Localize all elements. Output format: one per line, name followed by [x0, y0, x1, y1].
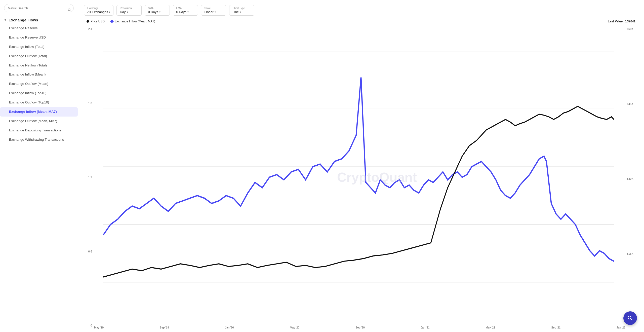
- sidebar-item-0[interactable]: Exchange Reserve: [0, 24, 78, 33]
- main-content: Exchange All Exchanges ▾ Resolution Day …: [78, 0, 644, 332]
- sidebar-item-12[interactable]: Exchange Withdrawing Transactions: [0, 135, 78, 144]
- x-label: May '20: [290, 326, 299, 329]
- sma-label: SMA: [148, 7, 167, 10]
- sidebar-item-7[interactable]: Exchange Inflow (Top10): [0, 89, 78, 98]
- chart-svg: [84, 25, 638, 329]
- sidebar-item-6[interactable]: Exchange Outflow (Mean): [0, 79, 78, 89]
- search-input[interactable]: [4, 4, 74, 12]
- y-axis-left: 2.41.81.20.60: [84, 25, 92, 329]
- sidebar-item-1[interactable]: Exchange Reserve USD: [0, 33, 78, 42]
- y-right-label: $60K: [627, 27, 638, 30]
- inflow-line: [103, 78, 614, 261]
- chart-container: CryptoQuant 2.41.81.20.60 $60K$45K$30K$1…: [84, 25, 638, 329]
- chevron-icon: ▼: [4, 19, 7, 21]
- x-label: Jan '21: [421, 326, 430, 329]
- ema-control[interactable]: EMA 0 Days ▾: [173, 5, 198, 16]
- x-label: Jan '20: [225, 326, 234, 329]
- controls-bar: Exchange All Exchanges ▾ Resolution Day …: [84, 5, 638, 16]
- y-axis-right: $60K$45K$30K$15K: [627, 25, 638, 329]
- legend-inflow-label: Exchange Inflow (Mean, MA7): [115, 20, 155, 23]
- svg-point-0: [68, 9, 70, 11]
- sma-control[interactable]: SMA 0 Days ▾: [145, 5, 170, 16]
- section-label: Exchange Flows: [9, 18, 38, 22]
- resolution-arrow-icon: ▾: [127, 11, 128, 13]
- sma-value[interactable]: 0 Days ▾: [148, 10, 167, 14]
- x-label: Sep '19: [160, 326, 169, 329]
- x-label: May '19: [94, 326, 104, 329]
- exchange-value[interactable]: All Exchanges ▾: [87, 10, 110, 14]
- resolution-control[interactable]: Resolution Day ▾: [116, 5, 142, 16]
- search-fab-icon: [627, 315, 633, 321]
- x-axis: May '19Sep '19Jan '20May '20Sep '20Jan '…: [94, 326, 625, 329]
- sidebar-item-5[interactable]: Exchange Inflow (Mean): [0, 70, 78, 79]
- scale-arrow-icon: ▾: [215, 11, 216, 13]
- legend-price: Price USD: [87, 20, 105, 23]
- sidebar-item-2[interactable]: Exchange Inflow (Total): [0, 42, 78, 52]
- sidebar-items-container: Exchange ReserveExchange Reserve USDExch…: [0, 24, 78, 144]
- y-left-label: 0.6: [84, 250, 92, 253]
- y-left-label: 2.4: [84, 27, 92, 30]
- search-fab-button[interactable]: [623, 311, 637, 325]
- chart-type-label: Chart Type: [232, 7, 251, 10]
- chart-legend: Price USD Exchange Inflow (Mean, MA7) La…: [84, 20, 638, 23]
- exchange-control[interactable]: Exchange All Exchanges ▾: [84, 5, 113, 16]
- y-left-label: 1.8: [84, 102, 92, 105]
- ema-label: EMA: [176, 7, 195, 10]
- chart-type-value[interactable]: Line ▾: [232, 10, 251, 14]
- resolution-label: Resolution: [120, 7, 138, 10]
- sidebar: ▼ Exchange Flows Exchange ReserveExchang…: [0, 0, 78, 332]
- x-label: Sep '20: [355, 326, 365, 329]
- x-label: May '21: [486, 326, 495, 329]
- sma-arrow-icon: ▾: [159, 11, 160, 13]
- legend-price-label: Price USD: [91, 20, 105, 23]
- chart-type-control[interactable]: Chart Type Line ▾: [229, 5, 254, 16]
- scale-label: Scale: [204, 7, 223, 10]
- search-icon: [68, 8, 71, 12]
- exchange-arrow-icon: ▾: [109, 11, 110, 13]
- x-label: Jan '22: [617, 326, 625, 329]
- svg-line-1: [70, 10, 71, 11]
- y-right-label: $30K: [627, 177, 638, 180]
- price-line: [103, 106, 614, 277]
- sidebar-item-3[interactable]: Exchange Outflow (Total): [0, 52, 78, 61]
- sidebar-item-10[interactable]: Exchange Outflow (Mean, MA7): [0, 117, 78, 126]
- scale-control[interactable]: Scale Linear ▾: [201, 5, 226, 16]
- resolution-value[interactable]: Day ▾: [120, 10, 138, 14]
- legend-inflow: Exchange Inflow (Mean, MA7): [111, 20, 155, 23]
- scale-value[interactable]: Linear ▾: [204, 10, 223, 14]
- y-left-label: 0: [84, 324, 92, 327]
- legend-price-dot: [87, 20, 89, 23]
- sidebar-item-11[interactable]: Exchange Depositing Transactions: [0, 126, 78, 135]
- section-header-exchange-flows[interactable]: ▼ Exchange Flows: [0, 16, 78, 24]
- ema-value[interactable]: 0 Days ▾: [176, 10, 195, 14]
- search-wrapper: [0, 4, 78, 16]
- sidebar-item-4[interactable]: Exchange Netflow (Total): [0, 61, 78, 70]
- last-value-display: Last Value: 0.37641: [608, 20, 638, 23]
- y-left-label: 1.2: [84, 176, 92, 179]
- y-right-label: $45K: [627, 102, 638, 105]
- sidebar-item-9[interactable]: Exchange Inflow (Mean, MA7): [0, 107, 78, 117]
- ema-arrow-icon: ▾: [187, 11, 189, 13]
- y-right-label: $15K: [627, 252, 638, 255]
- chart-type-arrow-icon: ▾: [240, 11, 241, 13]
- exchange-label: Exchange: [87, 7, 110, 10]
- sidebar-item-8[interactable]: Exchange Outflow (Top10): [0, 98, 78, 107]
- legend-inflow-diamond: [110, 20, 114, 23]
- x-label: Sep '21: [551, 326, 560, 329]
